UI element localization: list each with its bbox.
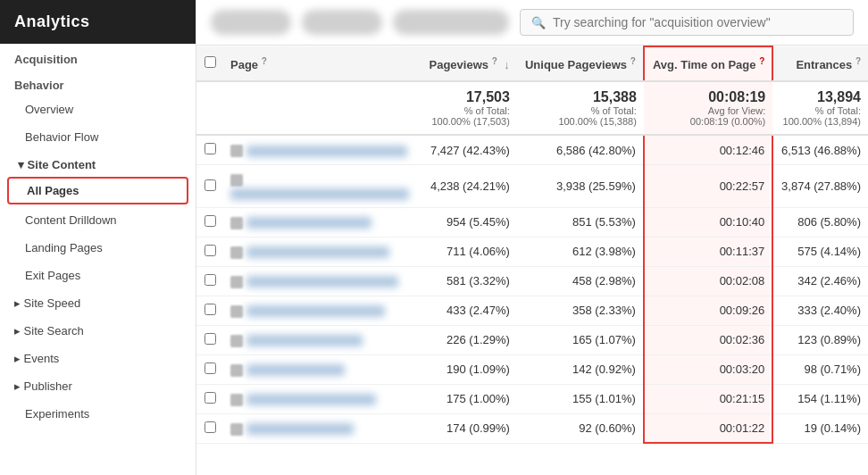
table-row: 954 (5.45%)851 (5.53%)00:10:40806 (5.80%…: [196, 207, 868, 237]
row-checkbox-4[interactable]: [204, 274, 216, 286]
table-row: 4,238 (24.21%)3,938 (25.59%)00:22:573,87…: [196, 165, 868, 208]
row-avg-time: 00:21:15: [644, 384, 772, 413]
row-checkbox-cell[interactable]: [196, 296, 223, 325]
account-selector-1[interactable]: [211, 10, 291, 35]
row-avg-time: 00:22:57: [644, 165, 772, 208]
totals-page-cell: [223, 81, 421, 135]
sidebar-item-acquisition[interactable]: Acquisition: [0, 44, 196, 70]
row-entrances: 333 (2.40%): [772, 296, 868, 325]
row-entrances: 98 (0.71%): [772, 354, 868, 384]
row-page-cell[interactable]: [223, 237, 421, 266]
sidebar: Analytics Acquisition Behavior Overview …: [0, 0, 196, 475]
row-checkbox-1[interactable]: [204, 179, 216, 191]
row-avg-time: 00:03:20: [644, 354, 772, 384]
row-checkbox-cell[interactable]: [196, 384, 223, 413]
row-page-cell[interactable]: [223, 296, 421, 325]
row-checkbox-cell[interactable]: [196, 266, 223, 296]
row-page-cell[interactable]: [223, 266, 421, 296]
row-entrances: 575 (4.14%): [772, 237, 868, 266]
sidebar-item-site-search[interactable]: ▸ Site Search: [0, 317, 196, 345]
row-avg-time: 00:02:08: [644, 266, 772, 296]
sidebar-item-site-content[interactable]: ▾ Site Content: [0, 151, 196, 175]
totals-avg-time: 00:08:19 Avg for View: 00:08:19 (0.00%): [644, 81, 772, 135]
help-icon-avg[interactable]: ?: [759, 56, 764, 66]
col-header-pageviews: Pageviews ? ↓: [421, 46, 517, 81]
row-checkbox-cell[interactable]: [196, 413, 223, 443]
totals-pageviews: 17,503 % of Total: 100.00% (17,503): [421, 81, 517, 135]
row-pageviews: 190 (1.09%): [421, 354, 517, 384]
row-unique-pageviews: 165 (1.07%): [517, 325, 644, 354]
table-row: 190 (1.09%)142 (0.92%)00:03:2098 (0.71%): [196, 354, 868, 384]
row-checkbox-7[interactable]: [204, 362, 216, 374]
table-row: 175 (1.00%)155 (1.01%)00:21:15154 (1.11%…: [196, 384, 868, 413]
help-icon-pageviews[interactable]: ?: [492, 56, 497, 66]
app-title: Analytics: [0, 0, 196, 44]
help-icon-unique[interactable]: ?: [630, 56, 636, 66]
row-checkbox-cell[interactable]: [196, 165, 223, 208]
table-row: 7,427 (42.43%)6,586 (42.80%)00:12:466,51…: [196, 135, 868, 165]
row-checkbox-8[interactable]: [204, 392, 216, 404]
row-checkbox-9[interactable]: [204, 421, 216, 433]
row-avg-time: 00:12:46: [644, 135, 772, 165]
sidebar-item-landing-pages[interactable]: Landing Pages: [0, 234, 196, 262]
row-page-cell[interactable]: [223, 207, 421, 237]
row-page-cell[interactable]: [223, 354, 421, 384]
row-entrances: 19 (0.14%): [772, 413, 868, 443]
row-checkbox-cell[interactable]: [196, 354, 223, 384]
header-checkbox[interactable]: [204, 56, 216, 68]
sidebar-item-publisher[interactable]: ▸ Publisher: [0, 372, 196, 400]
row-unique-pageviews: 851 (5.53%): [517, 207, 644, 237]
row-pageviews: 174 (0.99%): [421, 413, 517, 443]
row-page-cell[interactable]: [223, 135, 421, 165]
col-header-entrances: Entrances ?: [772, 46, 868, 81]
row-pageviews: 711 (4.06%): [421, 237, 517, 266]
sidebar-item-behavior-flow[interactable]: Behavior Flow: [0, 123, 196, 151]
search-icon: 🔍: [531, 16, 546, 29]
search-input[interactable]: [553, 15, 842, 29]
select-all-checkbox[interactable]: [196, 46, 223, 81]
row-checkbox-cell[interactable]: [196, 237, 223, 266]
row-pageviews: 7,427 (42.43%): [421, 135, 517, 165]
row-entrances: 806 (5.80%): [772, 207, 868, 237]
pages-table: Page ? Pageviews ? ↓ Unique Pageviews ? …: [196, 46, 868, 444]
row-entrances: 342 (2.46%): [772, 266, 868, 296]
row-checkbox-cell[interactable]: [196, 325, 223, 354]
row-page-cell[interactable]: [223, 384, 421, 413]
sidebar-item-exit-pages[interactable]: Exit Pages: [0, 262, 196, 289]
sidebar-item-all-pages[interactable]: All Pages: [7, 177, 188, 204]
totals-row: 17,503 % of Total: 100.00% (17,503) 15,3…: [196, 81, 868, 135]
sidebar-item-overview[interactable]: Overview: [0, 96, 196, 123]
sidebar-item-content-drilldown[interactable]: Content Drilldown: [0, 206, 196, 234]
row-checkbox-6[interactable]: [204, 333, 216, 345]
row-unique-pageviews: 458 (2.98%): [517, 266, 644, 296]
row-page-cell[interactable]: [223, 325, 421, 354]
row-pageviews: 226 (1.29%): [421, 325, 517, 354]
sidebar-item-events[interactable]: ▸ Events: [0, 345, 196, 372]
sort-icon-pageviews[interactable]: ↓: [504, 58, 510, 71]
table-row: 581 (3.32%)458 (2.98%)00:02:08342 (2.46%…: [196, 266, 868, 296]
row-entrances: 3,874 (27.88%): [772, 165, 868, 208]
row-page-cell[interactable]: [223, 413, 421, 443]
row-checkbox-5[interactable]: [204, 304, 216, 315]
help-icon-page[interactable]: ?: [262, 56, 267, 66]
account-selector-2[interactable]: [302, 10, 382, 35]
row-checkbox-cell[interactable]: [196, 207, 223, 237]
account-selector-3[interactable]: [393, 10, 509, 35]
help-icon-entrances[interactable]: ?: [855, 56, 861, 66]
topbar: 🔍: [196, 0, 868, 46]
row-unique-pageviews: 358 (2.33%): [517, 296, 644, 325]
sidebar-item-experiments[interactable]: Experiments: [0, 400, 196, 428]
row-page-cell[interactable]: [223, 165, 421, 208]
sidebar-item-site-speed[interactable]: ▸ Site Speed: [0, 289, 196, 317]
sidebar-item-behavior[interactable]: Behavior: [0, 70, 196, 96]
totals-checkbox-cell: [196, 81, 223, 135]
search-bar[interactable]: 🔍: [520, 9, 854, 36]
row-checkbox-0[interactable]: [204, 143, 216, 154]
table-row: 174 (0.99%)92 (0.60%)00:01:2219 (0.14%): [196, 413, 868, 443]
row-unique-pageviews: 142 (0.92%): [517, 354, 644, 384]
row-checkbox-cell[interactable]: [196, 135, 223, 165]
row-checkbox-2[interactable]: [204, 215, 216, 227]
row-pageviews: 581 (3.32%): [421, 266, 517, 296]
row-checkbox-3[interactable]: [204, 245, 216, 256]
col-header-page: Page ?: [223, 46, 421, 81]
